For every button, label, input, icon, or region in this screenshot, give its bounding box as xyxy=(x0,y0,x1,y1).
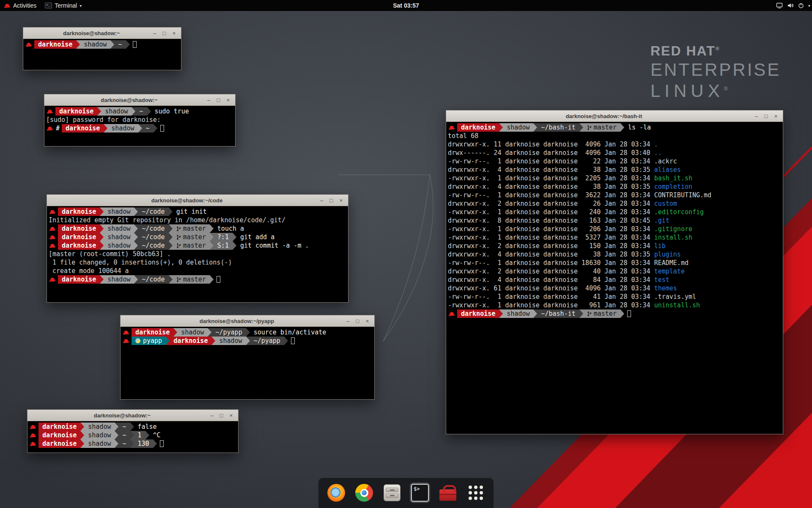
redhat-icon xyxy=(123,330,129,335)
output-line: drwxrwxr-x. 2 darknoise darknoise 150 Ja… xyxy=(448,242,781,250)
powerline-separator xyxy=(153,439,157,448)
maximize-button[interactable]: □ xyxy=(353,315,362,327)
maximize-button[interactable]: □ xyxy=(214,94,223,106)
window-titlebar[interactable]: darknoise@shadow:~/code–□× xyxy=(47,195,348,206)
powerline-separator xyxy=(169,224,173,233)
close-button[interactable]: × xyxy=(169,28,179,39)
minimize-button[interactable]: – xyxy=(207,410,217,421)
prompt-segment-user: darknoise xyxy=(38,439,80,448)
window-title: darknoise@shadow:~/bash-it xyxy=(459,113,749,119)
prompt-segment-git: master xyxy=(583,309,620,318)
dock-item-app-grid[interactable] xyxy=(466,483,486,503)
minimize-button[interactable]: – xyxy=(317,195,326,206)
command-text: git init xyxy=(173,207,207,216)
git-branch-icon xyxy=(587,311,592,317)
powerline-separator xyxy=(233,241,236,250)
output-line: -rwxrwxr-x. 1 darknoise darknoise 206 Ja… xyxy=(448,225,781,233)
window-titlebar[interactable]: darknoise@shadow:~–□× xyxy=(44,94,235,106)
prompt-segment-path: ~/bash-it xyxy=(537,123,579,132)
prompt-segment-user: darknoise xyxy=(58,241,100,250)
window-titlebar[interactable]: darknoise@shadow:~–□× xyxy=(27,410,238,421)
powerline-separator xyxy=(138,124,142,133)
prompt-segment-user: darknoise xyxy=(34,40,76,49)
prompt-segment-exit: 1 xyxy=(134,431,145,439)
dock-item-firefox[interactable] xyxy=(326,483,346,503)
top-bar: Activities >_ Terminal ▾ Sat 03:57 ▾ xyxy=(0,0,812,11)
powerline-separator xyxy=(104,124,107,133)
prompt-line: darknoiseshadow~/codemasterS:1git commit… xyxy=(49,241,346,250)
terminal-content[interactable]: darknoiseshadow~/pyappsource bin/activat… xyxy=(121,327,374,399)
prompt-segment-git: master xyxy=(173,241,210,250)
toolbox-icon xyxy=(439,489,456,501)
prompt-segment-path: ~/pyapp xyxy=(211,328,246,337)
powerline-separator xyxy=(210,233,214,241)
powerline-separator xyxy=(80,422,84,431)
chevron-down-icon: ▾ xyxy=(80,3,82,8)
window-titlebar[interactable]: darknoise@shadow:~/pyapp–□× xyxy=(121,315,374,327)
activities-button[interactable]: Activities xyxy=(0,0,41,11)
window-titlebar[interactable]: darknoise@shadow:~–□× xyxy=(23,28,181,39)
prompt-segment-git: master xyxy=(173,233,210,241)
output-line: 1 file changed, 0 insertions(+), 0 delet… xyxy=(49,258,346,267)
close-button[interactable]: × xyxy=(223,94,233,106)
display-icon xyxy=(776,3,783,8)
terminal-window: darknoise@shadow:~/pyapp–□×darknoiseshad… xyxy=(120,315,375,400)
command-text: sudo true xyxy=(151,107,189,116)
powerline-separator xyxy=(134,207,138,216)
close-button[interactable]: × xyxy=(362,315,372,327)
terminal-content[interactable]: darknoiseshadow~/codegit initInitialized… xyxy=(47,206,348,302)
powerline-separator xyxy=(100,233,104,241)
dock-item-terminal[interactable]: $> xyxy=(410,483,430,503)
prompt-segment-host: shadow xyxy=(84,439,115,448)
window-controls: –□× xyxy=(343,315,374,327)
dock-item-toolbox[interactable] xyxy=(438,483,458,503)
window-titlebar[interactable]: darknoise@shadow:~/bash-it–□× xyxy=(446,110,783,122)
window-controls: –□× xyxy=(204,94,235,106)
terminal-content[interactable]: darknoiseshadow~ xyxy=(23,39,181,70)
minimize-button[interactable]: – xyxy=(752,110,761,122)
firefox-icon xyxy=(327,484,345,502)
prompt-line: darknoiseshadow~/codegit init xyxy=(49,207,346,216)
prompt-segment-git: master xyxy=(173,224,210,233)
output-line: Initialized empty Git repository in /hom… xyxy=(49,216,346,224)
terminal-content[interactable]: darknoiseshadow~/bash-itmasterls -latota… xyxy=(446,122,783,434)
prompt-segment-gitst: S:1 xyxy=(214,241,233,250)
output-line: -rw-rw-r--. 1 darknoise darknoise 18630 … xyxy=(448,259,781,267)
system-status-area[interactable]: ▾ xyxy=(772,0,812,11)
app-menu[interactable]: >_ Terminal ▾ xyxy=(41,0,86,11)
prompt-segment-path: ~ xyxy=(142,124,154,133)
files-icon xyxy=(384,484,401,501)
maximize-button[interactable]: □ xyxy=(326,195,336,206)
close-button[interactable]: × xyxy=(226,410,236,421)
dock: $> xyxy=(318,478,494,508)
powerline-separator xyxy=(100,224,104,233)
terminal-content[interactable]: darknoiseshadow~sudo true[sudo] password… xyxy=(44,106,235,146)
prompt-segment-user: darknoise xyxy=(58,207,100,216)
close-button[interactable]: × xyxy=(771,110,781,122)
powerline-separator xyxy=(533,309,537,318)
dock-item-chrome[interactable] xyxy=(354,483,374,503)
minimize-button[interactable]: – xyxy=(343,315,353,327)
redhat-icon xyxy=(49,226,56,232)
redhat-icon xyxy=(449,311,455,317)
powerline-separator xyxy=(134,241,138,250)
desktop: RED HAT® ENTERPRISE LINUX® darknoise@sha… xyxy=(0,0,812,508)
prompt-line: darknoiseshadow~/codemaster xyxy=(49,275,346,284)
minimize-button[interactable]: – xyxy=(204,94,214,106)
prompt-segment-host: shadow xyxy=(104,224,134,233)
prompt-segment-host: shadow xyxy=(101,107,132,116)
terminal-cursor xyxy=(160,125,164,132)
close-button[interactable]: × xyxy=(336,195,346,206)
maximize-button[interactable]: □ xyxy=(761,110,771,122)
redhat-icon xyxy=(30,424,36,430)
powerline-separator xyxy=(100,241,104,250)
prompt-line: darknoiseshadow~/bash-itmasterls -la xyxy=(448,123,781,132)
powerline-separator xyxy=(115,422,118,431)
terminal-content[interactable]: darknoiseshadow~falsedarknoiseshadow~1^C… xyxy=(27,421,238,453)
maximize-button[interactable]: □ xyxy=(159,28,169,39)
clock[interactable]: Sat 03:57 xyxy=(389,0,423,11)
maximize-button[interactable]: □ xyxy=(217,410,226,421)
dock-item-files[interactable] xyxy=(382,483,402,503)
minimize-button[interactable]: – xyxy=(150,28,159,39)
powerline-separator xyxy=(154,124,157,133)
